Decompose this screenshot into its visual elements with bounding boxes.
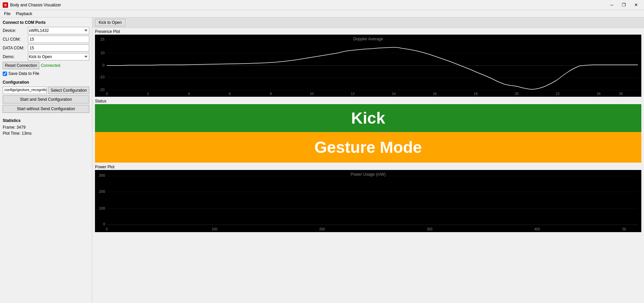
reset-connection-button[interactable]: Reset Connection [3, 62, 39, 69]
svg-text:22: 22 [556, 92, 560, 96]
status-section: Status Kick Gesture Mode [95, 99, 641, 163]
gesture-mode-status: Gesture Mode [95, 132, 641, 163]
svg-text:50: 50 [622, 227, 626, 231]
config-path-display: configs/gesture_recognition_K2O.cfg [3, 87, 47, 94]
reset-row: Reset Connection Connected [3, 62, 89, 69]
svg-text:10: 10 [310, 92, 314, 96]
menu-playback[interactable]: Playback [13, 11, 35, 17]
svg-text:14: 14 [392, 92, 396, 96]
presence-plot-title: Presence Plot [95, 29, 641, 34]
titlebar: T Body and Chassis Visualizer ─ ❐ ✕ [0, 0, 644, 10]
configuration-section-title: Configuration [3, 80, 89, 85]
svg-text:0: 0 [102, 63, 104, 67]
svg-text:300: 300 [99, 173, 105, 177]
svg-text:12: 12 [351, 92, 355, 96]
titlebar-controls: ─ ❐ ✕ [606, 1, 641, 9]
svg-text:100: 100 [99, 206, 105, 210]
device-row: Device: xWRL1432 [3, 27, 89, 34]
svg-text:200: 200 [99, 189, 105, 193]
data-com-row: DATA COM: [3, 44, 89, 52]
right-panel: Kick to Open Presence Plot Doppler Avera… [92, 17, 644, 303]
frame-value: 3479 [16, 125, 26, 130]
kick-to-open-bar: Kick to Open [92, 17, 644, 28]
save-data-label: Save Data to File [8, 71, 39, 76]
svg-text:300: 300 [427, 227, 433, 231]
power-plot-title: Power Plot [95, 165, 641, 169]
kick-status: Kick [95, 104, 641, 132]
left-panel: Connect to COM Ports Device: xWRL1432 CL… [0, 17, 92, 303]
plot-time-label: Plot Time: [3, 131, 20, 136]
demo-select[interactable]: Kick to Open [28, 53, 89, 60]
svg-text:6: 6 [229, 92, 231, 96]
power-usage-title: Power Usage (mW) [351, 172, 386, 177]
frame-stat: Frame: 3479 [3, 125, 89, 130]
select-config-button[interactable]: Select Configuration [48, 87, 89, 94]
save-data-row: Save Data to File [3, 71, 89, 76]
svg-text:16: 16 [433, 92, 437, 96]
save-data-checkbox[interactable] [3, 72, 7, 76]
svg-text:24: 24 [597, 92, 601, 96]
svg-text:T: T [5, 4, 6, 7]
kick-to-open-button[interactable]: Kick to Open [95, 19, 126, 26]
menubar: File Playback [0, 10, 644, 17]
frame-label: Frame: [3, 125, 15, 130]
start-send-button[interactable]: Start and Send Configuration [3, 95, 89, 103]
svg-text:10: 10 [100, 51, 104, 55]
plot-time-stat: Plot Time: 13ms [3, 131, 89, 136]
data-com-input[interactable] [28, 44, 89, 52]
close-button[interactable]: ✕ [631, 1, 641, 9]
main-layout: Connect to COM Ports Device: xWRL1432 CL… [0, 17, 644, 303]
connection-status: Connected [39, 63, 60, 68]
app-title: Body and Chassis Visualizer [10, 3, 61, 7]
minimize-button[interactable]: ─ [606, 1, 617, 9]
plots-area: Presence Plot Doppler Average 25 10 0 -1… [92, 28, 644, 303]
svg-text:2: 2 [147, 92, 149, 96]
doppler-plot-title: Doppler Average [353, 37, 383, 41]
plot-time-value: 13ms [22, 131, 32, 136]
cli-com-input[interactable] [28, 36, 89, 43]
svg-text:200: 200 [319, 227, 325, 231]
svg-text:-20: -20 [99, 88, 104, 92]
svg-text:4: 4 [188, 92, 190, 96]
menu-file[interactable]: File [1, 11, 13, 17]
data-com-label: DATA COM: [3, 46, 28, 50]
statistics-section-title: Statistics [3, 118, 89, 123]
svg-text:0: 0 [106, 92, 108, 96]
power-svg: 300 200 100 0 0 100 200 300 [95, 170, 641, 232]
cli-com-row: CLI COM: [3, 36, 89, 43]
svg-text:0: 0 [106, 227, 108, 231]
device-select[interactable]: xWRL1432 [28, 27, 89, 34]
svg-text:8: 8 [270, 92, 272, 96]
svg-text:400: 400 [534, 227, 540, 231]
svg-text:100: 100 [212, 227, 217, 231]
svg-text:18: 18 [474, 92, 478, 96]
svg-text:26: 26 [619, 92, 623, 96]
demo-row: Demo: Kick to Open [3, 53, 89, 60]
device-label: Device: [3, 28, 28, 33]
svg-text:25: 25 [100, 37, 104, 41]
cli-com-label: CLI COM: [3, 37, 28, 42]
svg-text:20: 20 [515, 92, 519, 96]
config-path-row: configs/gesture_recognition_K2O.cfg Sele… [3, 87, 89, 94]
titlebar-left: T Body and Chassis Visualizer [3, 2, 61, 8]
presence-plot-section: Presence Plot Doppler Average 25 10 0 -1… [95, 29, 641, 97]
status-title: Status [95, 99, 641, 103]
restore-button[interactable]: ❐ [618, 1, 629, 9]
power-plot-container: Power Usage (mW) 300 200 100 0 0 [95, 170, 641, 232]
power-plot-section: Power Plot Power Usage (mW) 300 200 100 … [95, 165, 641, 232]
svg-text:0: 0 [103, 222, 105, 226]
svg-text:-10: -10 [99, 75, 104, 79]
ti-icon: T [3, 2, 8, 8]
doppler-plot-container: Doppler Average 25 10 0 -10 -20 [95, 35, 641, 97]
demo-label: Demo: [3, 54, 28, 59]
doppler-svg: 25 10 0 -10 -20 0 2 4 [95, 35, 641, 97]
connect-section-title: Connect to COM Ports [3, 20, 89, 25]
start-without-button[interactable]: Start without Send Configuration [3, 105, 89, 113]
